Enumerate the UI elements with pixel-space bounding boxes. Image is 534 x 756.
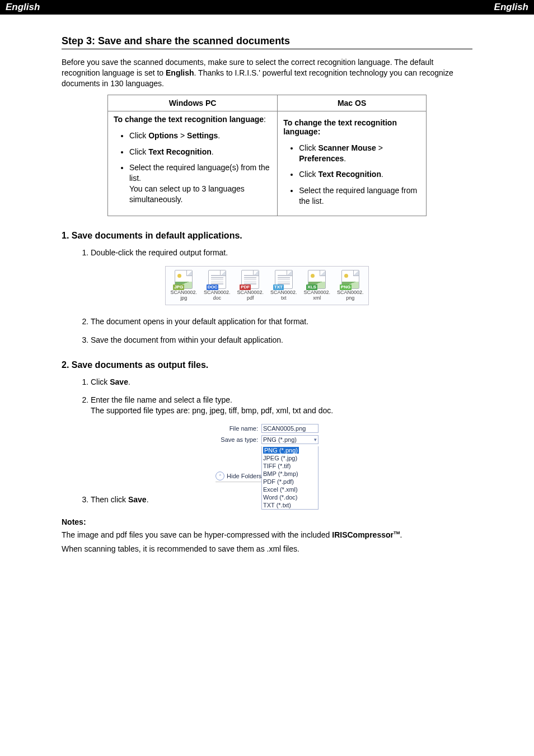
- saveastype-label: Save as type:: [216, 436, 258, 443]
- format-icon-png[interactable]: PNGSCAN0002.png: [337, 270, 364, 301]
- notes-p1: The image and pdf files you save can be …: [62, 530, 472, 540]
- win-step-textrec: Click Text Recognition.: [129, 147, 271, 157]
- format-strip-figure: JPGSCAN0002.jpgDOCSCAN0002.docPDFSCAN000…: [165, 266, 368, 305]
- intro-paragraph: Before you save the scanned documents, m…: [62, 57, 472, 89]
- mac-step-select: Select the required language from the li…: [299, 185, 420, 207]
- win-step-select: Select the required language(s) from the…: [129, 162, 271, 205]
- lang-mac-cell: To change the text recognition language:…: [278, 111, 427, 216]
- saveastype-option[interactable]: Excel (*.xml): [262, 486, 318, 493]
- lang-col-mac: Mac OS: [278, 95, 427, 111]
- step3-heading: Step 3: Save and share the scanned docum…: [62, 35, 472, 49]
- header-bar: English English: [0, 0, 534, 15]
- saveastype-options[interactable]: PNG (*.png)JPEG (*.jpg)TIFF (*.tif)BMP (…: [262, 446, 318, 509]
- saveastype-option[interactable]: BMP (*.bmp): [262, 470, 318, 478]
- format-icon-doc[interactable]: DOCSCAN0002.doc: [204, 270, 231, 301]
- saveastype-option[interactable]: TIFF (*.tif): [262, 462, 318, 470]
- saveastype-dropdown[interactable]: PNG (*.png) ▾: [261, 435, 318, 444]
- section1-heading: 1. Save documents in default application…: [62, 231, 472, 241]
- sec1-item2: The document opens in your default appli…: [91, 316, 472, 327]
- saveastype-option[interactable]: JPEG (*.jpg): [262, 454, 318, 462]
- win-step-options: Click Options > Settings.: [129, 130, 271, 141]
- section2-heading: 2. Save documents as output files.: [62, 360, 472, 370]
- saveastype-option[interactable]: Word (*.doc): [262, 493, 318, 501]
- sec1-item1: Double-click the required output format.: [91, 248, 472, 258]
- mac-step-textrec: Click Text Recognition.: [299, 169, 420, 180]
- mac-step-scannermouse: Click Scanner Mouse > Preferences.: [299, 143, 420, 164]
- sec1-item3: Save the document from within your defau…: [91, 335, 472, 346]
- language-table: Windows PC Mac OS To change the text rec…: [107, 95, 427, 216]
- format-icon-xml[interactable]: XLSSCAN0002.xml: [304, 270, 331, 301]
- saveastype-option[interactable]: PNG (*.png): [262, 446, 318, 454]
- hide-folders-button[interactable]: Hide Folders: [227, 473, 261, 479]
- header-left: English: [6, 2, 40, 13]
- format-icon-pdf[interactable]: PDFSCAN0002.pdf: [237, 270, 264, 301]
- lang-win-cell: To change the text recognition language:…: [108, 111, 278, 216]
- notes-heading: Notes:: [62, 517, 86, 526]
- header-right: English: [494, 2, 528, 13]
- format-icon-txt[interactable]: TXTSCAN0002.txt: [270, 270, 297, 301]
- save-dialog-figure: File name: SCAN0005.png Save as type: PN…: [216, 424, 318, 483]
- chevron-down-icon: ▾: [314, 437, 317, 442]
- filename-input[interactable]: SCAN0005.png: [261, 424, 318, 433]
- format-icon-jpg[interactable]: JPGSCAN0002.jpg: [170, 270, 197, 301]
- chevron-up-icon[interactable]: ⌃: [216, 472, 224, 480]
- sec2-item2: Enter the file name and select a file ty…: [91, 395, 472, 416]
- sec2-item1: Click Save.: [91, 377, 472, 388]
- lang-col-win: Windows PC: [108, 95, 278, 111]
- filename-label: File name:: [216, 425, 258, 432]
- saveastype-option[interactable]: TXT (*.txt): [262, 501, 318, 509]
- saveastype-option[interactable]: PDF (*.pdf): [262, 478, 318, 486]
- notes-p2: When scanning tables, it is recommended …: [62, 544, 472, 554]
